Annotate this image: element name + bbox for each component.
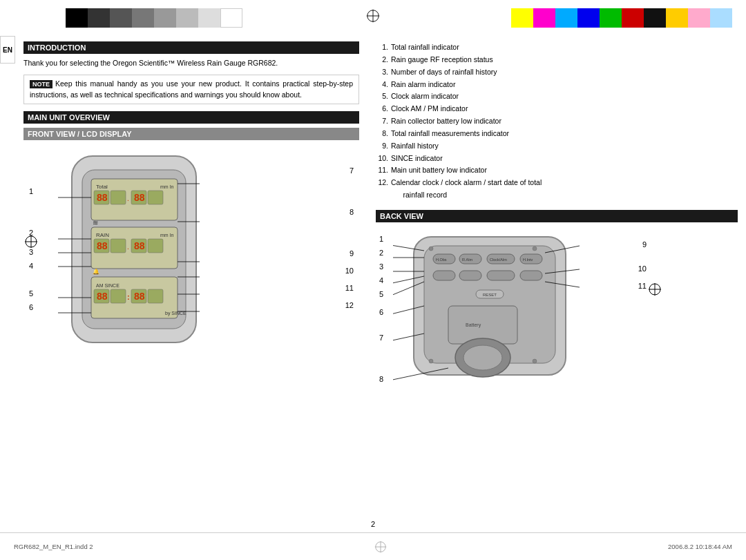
color-strip-right (511, 8, 732, 28)
swatch-r10 (710, 8, 732, 28)
introduction-header: INTRODUCTION (23, 41, 359, 54)
front-view-header: FRONT VIEW / LCD DISPLAY (23, 128, 359, 140)
svg-text:≋: ≋ (93, 219, 98, 226)
note-label: NOTE (30, 80, 52, 88)
swatch-r7 (644, 8, 666, 28)
svg-text:🔔: 🔔 (93, 268, 99, 275)
left-column: INTRODUCTION Thank you for selecting the… (15, 36, 367, 532)
svg-point-75 (429, 247, 433, 251)
svg-rect-37 (148, 289, 163, 303)
en-tab: EN (0, 36, 15, 64)
svg-text:88: 88 (134, 240, 145, 251)
crosshair-bottom-icon (374, 540, 388, 554)
list-item-1: 1.Total rainfall indicator (376, 41, 738, 54)
swatch-4 (132, 8, 154, 28)
svg-rect-16 (148, 191, 163, 204)
front-label-6: 6 (29, 303, 33, 311)
crosshair-top-center-icon (365, 8, 381, 23)
svg-text:Total: Total (96, 184, 108, 190)
crosshair-right-icon (647, 282, 662, 297)
svg-text:Clock/Alm: Clock/Alm (490, 258, 507, 262)
svg-point-77 (429, 359, 433, 363)
front-label-8: 8 (350, 208, 354, 216)
swatch-7 (198, 8, 220, 28)
list-item-9: 9.Rainfall history (376, 140, 738, 153)
intro-paragraph: Thank you for selecting the Oregon Scien… (23, 58, 359, 69)
back-label-4: 4 (379, 276, 383, 284)
svg-text:88: 88 (97, 192, 108, 203)
back-view-diagram: 1 2 3 4 5 6 7 8 9 10 11 (376, 226, 666, 392)
numbered-list: 1.Total rainfall indicator 2.Rain gauge … (376, 41, 738, 202)
front-label-11: 11 (345, 284, 354, 292)
svg-text:AM  SINCE: AM SINCE (96, 283, 119, 288)
back-label-11: 11 (638, 282, 647, 290)
svg-rect-27 (148, 239, 163, 253)
page-number: 2 (371, 520, 375, 528)
front-label-5: 5 (29, 289, 33, 298)
svg-text:88: 88 (134, 291, 145, 302)
top-bar (0, 0, 746, 36)
svg-rect-68 (520, 271, 542, 280)
footer-left: RGR682_M_EN_R1.indd 2 (14, 543, 93, 550)
front-label-7: 7 (350, 166, 354, 175)
svg-text:.: . (127, 243, 129, 251)
back-label-5: 5 (379, 290, 383, 298)
list-item-5: 5.Clock alarm indicator (376, 90, 738, 103)
svg-point-76 (533, 247, 537, 251)
swatch-6 (176, 8, 198, 28)
swatch-3 (110, 8, 132, 28)
svg-text:88: 88 (97, 291, 108, 302)
svg-rect-23 (111, 239, 126, 253)
swatch-r4 (577, 8, 600, 28)
swatch-5 (154, 8, 176, 28)
note-text: Keep this manual handy as you use your n… (30, 79, 353, 99)
svg-text:H.Obs: H.Obs (436, 258, 447, 262)
svg-point-74 (463, 345, 502, 370)
swatch-8 (220, 8, 242, 28)
back-label-10: 10 (638, 264, 647, 273)
svg-rect-12 (111, 191, 126, 204)
list-item-7: 7.Rain collector battery low indicator (376, 115, 738, 128)
swatch-2 (88, 8, 110, 28)
front-label-9: 9 (350, 249, 354, 258)
swatch-r6 (622, 8, 644, 28)
svg-text:.: . (127, 195, 129, 202)
svg-text:R.Alm: R.Alm (462, 258, 472, 262)
swatch-r1 (511, 8, 533, 28)
back-label-9: 9 (642, 240, 647, 249)
footer-right: 2006.8.2 10:18:44 AM (668, 543, 732, 550)
svg-text:88: 88 (134, 192, 145, 203)
device-front-svg: Total mm In 88 . 88 ≋ RAIN mm In 88 (58, 153, 210, 349)
back-label-8: 8 (379, 375, 383, 383)
back-label-2: 2 (379, 249, 383, 257)
svg-text:Battery: Battery (466, 322, 481, 328)
svg-point-78 (533, 359, 537, 363)
footer: RGR682_M_EN_R1.indd 2 2006.8.2 10:18:44 … (0, 532, 746, 560)
back-label-3: 3 (379, 262, 383, 271)
svg-text:mm In: mm In (160, 233, 174, 238)
main-content: INTRODUCTION Thank you for selecting the… (15, 36, 746, 532)
color-strip-left (66, 8, 242, 28)
front-label-12: 12 (345, 301, 354, 309)
svg-text:H.Intv: H.Intv (523, 258, 533, 262)
swatch-r9 (688, 8, 710, 28)
crosshair-left-icon (23, 234, 39, 249)
back-label-6: 6 (379, 308, 383, 316)
main-unit-header: MAIN UNIT OVERVIEW (23, 111, 359, 124)
swatch-r2 (533, 8, 555, 28)
note-box: NOTEKeep this manual handy as you use yo… (23, 75, 359, 105)
back-label-7: 7 (379, 334, 383, 342)
swatch-r8 (666, 8, 688, 28)
svg-rect-33 (111, 289, 126, 303)
list-item-10: 10.SINCE indicator (376, 153, 738, 165)
right-column: 1.Total rainfall indicator 2.Rain gauge … (367, 36, 746, 532)
svg-text:88: 88 (97, 240, 108, 251)
list-item-2: 2.Rain gauge RF reception status (376, 54, 738, 66)
list-item-3: 3.Number of days of rainfall history (376, 66, 738, 79)
device-back-svg: H.Obs R.Alm Clock/Alm H.Intv RESET Batte… (393, 226, 628, 392)
svg-text:RESET: RESET (483, 293, 497, 297)
svg-rect-67 (487, 271, 515, 280)
back-label-1: 1 (379, 235, 383, 243)
svg-text::: : (127, 293, 130, 301)
list-item-11: 11.Main unit battery low indicator (376, 164, 738, 177)
